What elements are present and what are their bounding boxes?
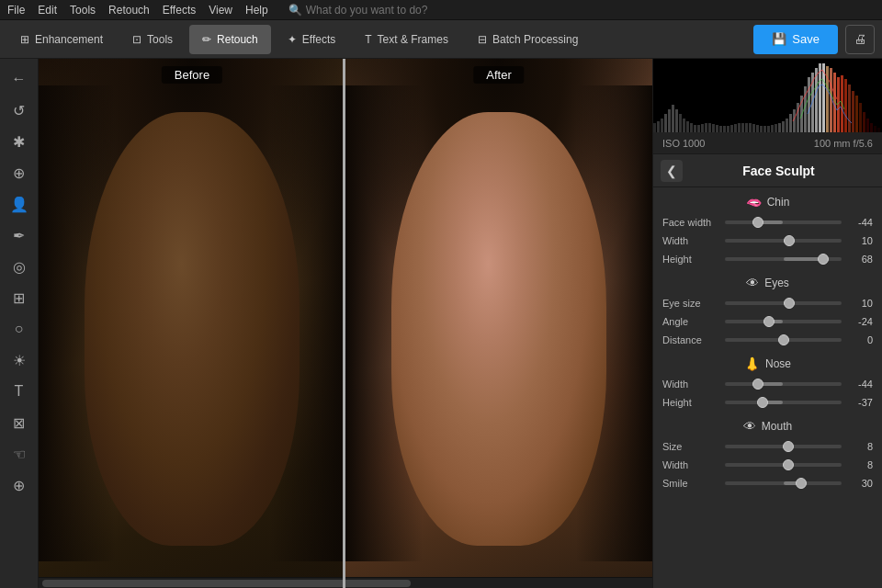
shape-tool[interactable]: ○ <box>5 314 34 344</box>
eye-size-value: 10 <box>847 298 873 309</box>
chin-width-value: 10 <box>847 235 873 246</box>
panel-title: Face Sculpt <box>683 164 875 178</box>
print-button[interactable]: 🖨 <box>845 25 875 54</box>
angle-label: Angle <box>662 316 719 327</box>
text-frames-button[interactable]: T Text & Frames <box>352 25 461 54</box>
after-panel: After <box>345 59 652 588</box>
svg-rect-35 <box>778 123 781 132</box>
smile-slider[interactable] <box>725 481 842 485</box>
histogram <box>653 59 882 132</box>
batch-processing-button[interactable]: ⊟ Batch Processing <box>465 25 591 54</box>
effects-button[interactable]: ✦ Effects <box>275 25 348 54</box>
back-tool[interactable]: ← <box>5 64 34 94</box>
svg-rect-38 <box>789 114 792 132</box>
menu-file[interactable]: File <box>7 4 25 17</box>
brightness-tool[interactable]: ☀ <box>5 345 34 375</box>
nose-height-label: Height <box>662 397 719 408</box>
grid-tool[interactable]: ⊞ <box>5 283 34 312</box>
nose-width-slider[interactable] <box>725 382 842 386</box>
nose-height-slider[interactable] <box>725 401 842 404</box>
mouth-size-label: Size <box>662 441 719 452</box>
svg-rect-56 <box>855 96 858 132</box>
heal-tool[interactable]: 👤 <box>5 189 34 219</box>
chin-height-label: Height <box>662 254 719 265</box>
svg-rect-61 <box>874 126 876 132</box>
svg-rect-15 <box>705 123 707 132</box>
svg-rect-54 <box>848 85 851 132</box>
crosshair-tool[interactable]: ⊕ <box>5 470 34 500</box>
svg-rect-19 <box>719 126 722 132</box>
split-divider[interactable] <box>343 59 345 588</box>
before-panel: Before <box>39 59 345 588</box>
svg-rect-29 <box>756 125 759 132</box>
text-tool[interactable]: T <box>5 377 34 406</box>
svg-rect-59 <box>866 119 869 132</box>
svg-rect-27 <box>749 123 752 132</box>
svg-rect-53 <box>844 79 847 132</box>
toolbar: ⊞ Enhancement ⊡ Tools ✏ Retouch ✦ Effect… <box>0 20 882 59</box>
svg-rect-7 <box>675 109 678 132</box>
chin-height-slider[interactable] <box>725 257 842 261</box>
svg-rect-16 <box>708 123 711 132</box>
nose-height-value: -37 <box>847 397 873 408</box>
effects-icon: ✦ <box>288 33 297 46</box>
distance-value: 0 <box>847 334 873 345</box>
face-sculpt-header: ❮ Face Sculpt <box>653 154 882 187</box>
distance-label: Distance <box>662 334 719 345</box>
svg-rect-34 <box>775 124 777 132</box>
chin-width-slider[interactable] <box>725 239 842 243</box>
scrollbar-thumb[interactable] <box>42 580 411 587</box>
brush-tool[interactable]: ✱ <box>5 127 34 156</box>
rotate-tool[interactable]: ↺ <box>5 96 34 125</box>
face-width-row: Face width -44 <box>653 213 882 232</box>
retouch-icon: ✏ <box>202 33 211 46</box>
smile-label: Smile <box>662 478 719 489</box>
menu-effects[interactable]: Effects <box>163 4 196 17</box>
eye-size-slider[interactable] <box>725 301 842 305</box>
menu-retouch[interactable]: Retouch <box>108 4 150 17</box>
svg-rect-46 <box>819 63 821 132</box>
eyes-icon: 👁 <box>746 276 759 290</box>
chin-height-row: Height 68 <box>653 250 882 268</box>
search-input[interactable] <box>306 4 453 17</box>
sculpt-scroll[interactable]: 🫦 Chin Face width -44 Width 10 <box>653 187 882 588</box>
left-toolbar: ← ↺ ✱ ⊕ 👤 ✒ ◎ ⊞ ○ ☀ T ⊠ ☜ ⊕ <box>0 59 39 588</box>
main-area: ← ↺ ✱ ⊕ 👤 ✒ ◎ ⊞ ○ ☀ T ⊠ ☜ ⊕ Before <box>0 59 882 588</box>
svg-rect-37 <box>786 119 788 132</box>
tools-button[interactable]: ⊡ Tools <box>119 25 186 54</box>
target-tool[interactable]: ◎ <box>5 252 34 281</box>
menu-help[interactable]: Help <box>245 4 268 17</box>
chin-width-label: Width <box>662 235 719 246</box>
mouth-width-slider[interactable] <box>725 463 842 467</box>
face-width-value: -44 <box>847 217 873 228</box>
mouth-size-slider[interactable] <box>725 445 842 448</box>
hand-tool[interactable]: ☜ <box>5 439 34 469</box>
svg-rect-43 <box>808 77 810 132</box>
stamp-tool[interactable]: ⊠ <box>5 408 34 437</box>
svg-rect-8 <box>679 114 682 132</box>
save-button[interactable]: 💾 Save <box>753 25 838 54</box>
canvas-area[interactable]: Before After <box>39 59 652 588</box>
distance-slider[interactable] <box>725 338 842 342</box>
canvas-scrollbar[interactable] <box>39 577 652 588</box>
chin-width-row: Width 10 <box>653 232 882 250</box>
retouch-button[interactable]: ✏ Retouch <box>189 25 271 54</box>
clone-tool[interactable]: ⊕ <box>5 158 34 187</box>
face-width-slider[interactable] <box>725 220 842 224</box>
svg-rect-26 <box>745 123 748 132</box>
svg-rect-3 <box>661 119 663 132</box>
print-icon: 🖨 <box>854 32 866 46</box>
enhancement-button[interactable]: ⊞ Enhancement <box>7 25 116 54</box>
tools-icon: ⊡ <box>132 33 141 46</box>
svg-rect-32 <box>767 126 770 132</box>
menu-edit[interactable]: Edit <box>38 4 57 17</box>
back-button[interactable]: ❮ <box>661 160 683 182</box>
angle-row: Angle -24 <box>653 312 882 331</box>
enhancement-icon: ⊞ <box>20 33 29 46</box>
pen-tool[interactable]: ✒ <box>5 220 34 250</box>
angle-slider[interactable] <box>725 320 842 323</box>
menu-view[interactable]: View <box>209 4 232 17</box>
nose-width-row: Width -44 <box>653 375 882 393</box>
menu-tools[interactable]: Tools <box>70 4 96 17</box>
lens-value: 100 mm f/5.6 <box>814 138 873 149</box>
